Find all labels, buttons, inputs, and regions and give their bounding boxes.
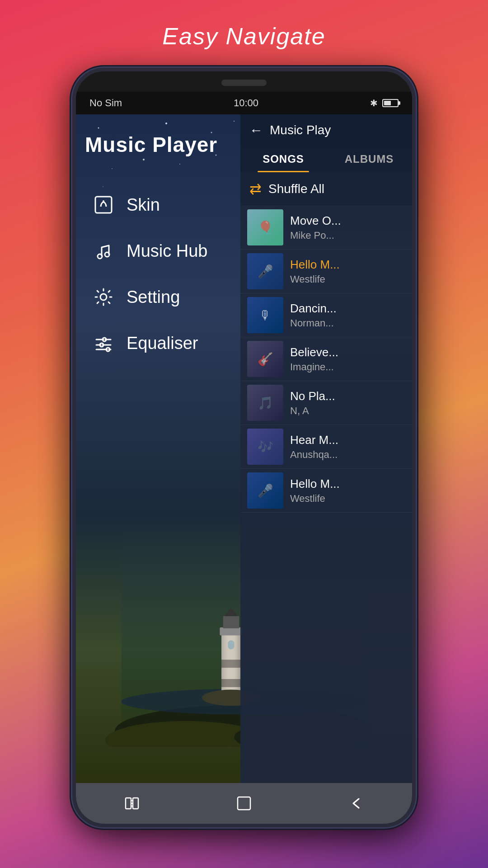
svg-point-38 — [100, 343, 103, 347]
song-artist-6: Anushqa... — [290, 449, 405, 461]
svg-point-32 — [100, 294, 107, 300]
svg-point-31 — [105, 252, 109, 257]
song-info-4: Believe... Imagine... — [290, 345, 405, 373]
song-name-2: Hello M... — [290, 258, 405, 272]
nav-recent-button[interactable] — [118, 790, 145, 817]
menu-item-skin[interactable]: Skin — [85, 184, 239, 226]
tabs-bar: SONGS ALBUMS — [240, 146, 412, 172]
clock: 10:00 — [234, 97, 258, 109]
song-item-4[interactable]: 🎸 Believe... Imagine... — [240, 337, 412, 381]
phone-frame: No Sim 10:00 ✱ — [72, 68, 416, 827]
song-item-5[interactable]: 🎵 No Pla... N, A — [240, 381, 412, 425]
song-info-1: Move O... Mike Po... — [290, 214, 405, 241]
music-hub-icon — [92, 239, 115, 263]
svg-rect-42 — [126, 798, 131, 809]
panel-header: ← Music Play — [240, 114, 412, 146]
svg-rect-43 — [133, 798, 138, 809]
skin-label: Skin — [127, 195, 160, 215]
song-item-1[interactable]: 🎈 Move O... Mike Po... — [240, 206, 412, 250]
setting-icon — [92, 285, 115, 309]
song-name-7: Hello M... — [290, 477, 405, 491]
song-name-3: Dancin... — [290, 302, 405, 316]
bluetooth-icon: ✱ — [370, 98, 378, 108]
equaliser-icon — [92, 331, 115, 355]
main-content: Music Player Skin — [76, 114, 412, 783]
status-bar: No Sim 10:00 ✱ — [76, 92, 412, 114]
setting-label: Setting — [127, 288, 180, 307]
song-thumb-4: 🎸 — [247, 341, 283, 377]
svg-point-29 — [103, 200, 104, 202]
song-item-2[interactable]: 🎤 Hello M... Westlife — [240, 250, 412, 293]
svg-point-30 — [98, 254, 102, 259]
song-thumb-6: 🎶 — [247, 429, 283, 465]
song-thumb-3: 🎙 — [247, 297, 283, 333]
svg-point-41 — [106, 348, 110, 351]
song-info-2: Hello M... Westlife — [290, 258, 405, 285]
song-artist-2: Westlife — [290, 274, 405, 285]
song-artist-4: Imagine... — [290, 361, 405, 373]
song-info-7: Hello M... Westlife — [290, 477, 405, 505]
svg-rect-28 — [95, 197, 112, 213]
song-info-6: Hear M... Anushqa... — [290, 433, 405, 461]
song-item-3[interactable]: 🎙 Dancin... Norman... — [240, 293, 412, 337]
song-artist-5: N, A — [290, 405, 405, 417]
page-heading: Easy Navigate — [162, 23, 325, 50]
song-list: 🎈 Move O... Mike Po... 🎤 Hello M... West… — [240, 206, 412, 783]
shuffle-row[interactable]: ⇄ Shuffle All — [240, 172, 412, 206]
song-panel: ← Music Play SONGS ALBUMS ⇄ Shuffle All … — [240, 114, 412, 783]
menu-item-music-hub[interactable]: Music Hub — [85, 230, 239, 272]
song-thumb-7: 🎤 — [247, 472, 283, 509]
svg-rect-47 — [238, 797, 250, 810]
music-hub-label: Music Hub — [127, 241, 208, 261]
svg-point-35 — [103, 338, 106, 341]
drawer-menu: Music Player Skin — [76, 114, 248, 783]
song-thumb-1: 🎈 — [247, 209, 283, 245]
song-name-6: Hear M... — [290, 433, 405, 447]
menu-item-setting[interactable]: Setting — [85, 276, 239, 318]
song-item-7[interactable]: 🎤 Hello M... Westlife — [240, 469, 412, 513]
carrier-text: No Sim — [89, 97, 122, 109]
app-title: Music Player — [85, 132, 239, 157]
song-artist-1: Mike Po... — [290, 230, 405, 241]
panel-back-button[interactable]: ← — [249, 123, 263, 138]
song-item-6[interactable]: 🎶 Hear M... Anushqa... — [240, 425, 412, 469]
status-icons: ✱ — [370, 98, 399, 108]
tab-songs[interactable]: SONGS — [240, 146, 326, 172]
nav-back-button[interactable] — [343, 790, 370, 817]
song-thumb-5: 🎵 — [247, 385, 283, 421]
equaliser-label: Equaliser — [127, 334, 198, 353]
song-name-4: Believe... — [290, 345, 405, 359]
menu-item-equaliser[interactable]: Equaliser — [85, 322, 239, 364]
bottom-nav — [76, 783, 412, 824]
skin-icon — [92, 193, 115, 217]
shuffle-icon: ⇄ — [249, 180, 262, 198]
song-info-3: Dancin... Norman... — [290, 302, 405, 329]
song-name-5: No Pla... — [290, 389, 405, 403]
tab-albums[interactable]: ALBUMS — [326, 146, 412, 172]
song-artist-3: Norman... — [290, 317, 405, 329]
song-info-5: No Pla... N, A — [290, 389, 405, 417]
shuffle-label: Shuffle All — [268, 182, 324, 196]
battery-icon — [382, 99, 399, 107]
speaker-grill — [221, 80, 267, 86]
song-thumb-2: 🎤 — [247, 253, 283, 289]
nav-home-button[interactable] — [230, 790, 258, 817]
panel-title: Music Play — [270, 123, 331, 137]
song-name-1: Move O... — [290, 214, 405, 228]
song-artist-7: Westlife — [290, 493, 405, 505]
